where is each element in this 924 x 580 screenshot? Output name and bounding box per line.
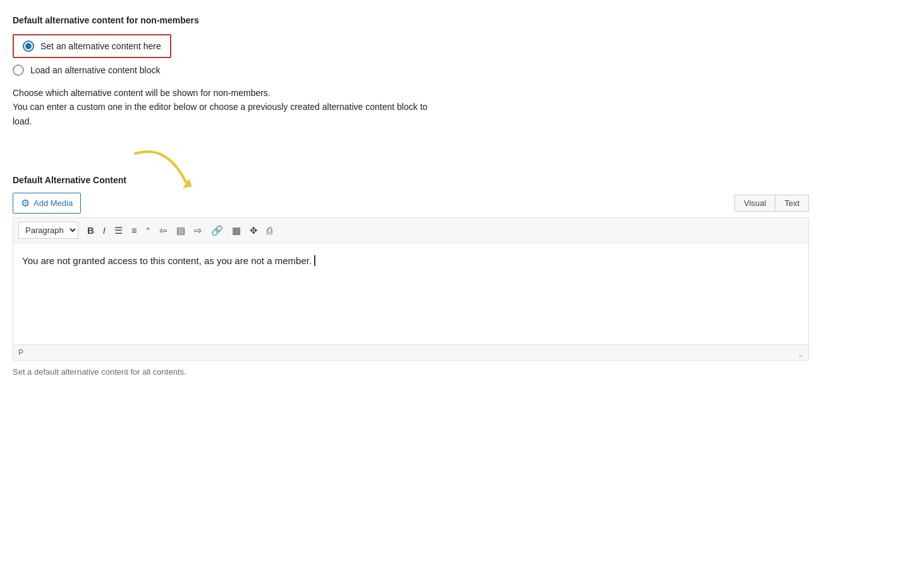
toolbar-blockquote[interactable]: “ xyxy=(142,222,154,238)
editor-top-bar: ⚙ Add Media Visual Text xyxy=(13,193,809,214)
add-media-icon: ⚙ xyxy=(21,197,30,209)
description: Choose which alternative content will be… xyxy=(13,86,581,128)
radio-option-load-block[interactable]: Load an alternative content block xyxy=(13,64,911,76)
toolbar-keyboard[interactable]: ⎙ xyxy=(263,222,276,238)
add-media-button[interactable]: ⚙ Add Media xyxy=(13,193,81,214)
editor-toolbar: Paragraph Heading 1 Heading 2 Heading 3 … xyxy=(13,218,808,243)
footer-help: Set a default alternative content for al… xyxy=(13,367,911,377)
toolbar-italic[interactable]: I xyxy=(99,222,109,238)
toolbar-ordered-list[interactable]: ≡ xyxy=(128,222,141,238)
add-media-label: Add Media xyxy=(33,198,73,208)
radio-option-set-content[interactable]: Set an alternative content here xyxy=(13,34,171,58)
editor-wrapper: Paragraph Heading 1 Heading 2 Heading 3 … xyxy=(13,217,809,361)
radio-button-1[interactable] xyxy=(23,40,34,52)
toolbar-link[interactable]: 🔗 xyxy=(207,222,227,239)
tab-text[interactable]: Text xyxy=(775,195,809,212)
tab-visual[interactable]: Visual xyxy=(734,195,775,212)
toolbar-fullscreen[interactable]: ✥ xyxy=(246,222,262,239)
editor-text: You are not granted access to this conte… xyxy=(22,255,312,266)
editor-statusbar: P ⌞ xyxy=(13,344,808,360)
alt-content-title: Default Alternative Content xyxy=(13,175,126,185)
toolbar-unordered-list[interactable]: ☰ xyxy=(111,222,126,239)
arrow-annotation xyxy=(129,147,205,191)
toolbar-align-left[interactable]: ⇦ xyxy=(155,222,171,239)
toolbar-align-center[interactable]: ▤ xyxy=(173,222,189,239)
toolbar-align-right[interactable]: ⇨ xyxy=(190,222,206,239)
view-tabs: Visual Text xyxy=(734,195,809,212)
toolbar-bold[interactable]: B xyxy=(83,222,98,238)
toolbar-hr[interactable]: ▦ xyxy=(228,222,245,239)
radio-button-2[interactable] xyxy=(13,64,24,76)
radio-label-2: Load an alternative content block xyxy=(30,65,160,75)
resize-handle[interactable]: ⌞ xyxy=(799,347,803,358)
statusbar-tag: P xyxy=(18,348,23,357)
editor-content[interactable]: You are not granted access to this conte… xyxy=(13,243,808,344)
section-header: Default alternative content for non-memb… xyxy=(13,15,911,25)
format-select[interactable]: Paragraph Heading 1 Heading 2 Heading 3 xyxy=(18,222,78,239)
radio-label-1: Set an alternative content here xyxy=(40,41,161,51)
